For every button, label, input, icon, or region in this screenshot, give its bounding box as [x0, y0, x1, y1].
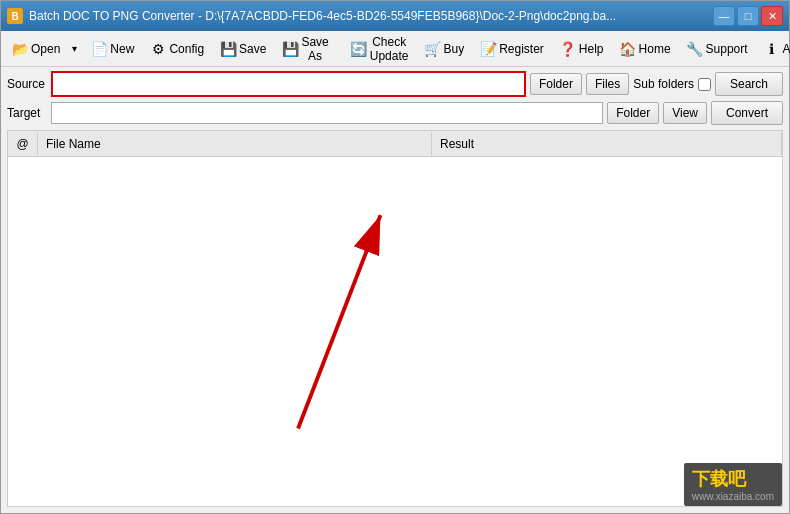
subfolders-checkbox[interactable]	[698, 78, 711, 91]
app-icon: B	[7, 8, 23, 24]
target-input[interactable]	[51, 102, 603, 124]
new-button[interactable]: 📄 New	[84, 35, 141, 63]
saveas-button[interactable]: 💾 Save As	[275, 35, 335, 63]
watermark-main: 下载吧	[692, 467, 774, 491]
config-icon: ⚙	[150, 41, 166, 57]
col-filename: File Name	[38, 133, 432, 155]
checkupdate-button[interactable]: 🔄 Check Update	[344, 35, 416, 63]
source-label: Source	[7, 77, 47, 91]
support-button[interactable]: 🔧 Support	[680, 35, 755, 63]
col-index: @	[8, 133, 38, 155]
close-button[interactable]: ✕	[761, 6, 783, 26]
watermark: 下载吧 www.xiazaiba.com	[684, 463, 782, 506]
config-button[interactable]: ⚙ Config	[143, 35, 211, 63]
file-list-area: @ File Name Result	[7, 130, 783, 507]
register-label: Register	[499, 42, 544, 56]
checkupdate-label: Check Update	[370, 35, 409, 63]
source-input[interactable]	[53, 73, 524, 95]
open-icon: 📂	[12, 41, 28, 57]
title-bar: B Batch DOC TO PNG Converter - D:\{7A7AC…	[1, 1, 789, 31]
save-label: Save	[239, 42, 266, 56]
home-icon: 🏠	[620, 41, 636, 57]
saveas-label: Save As	[301, 35, 328, 63]
about-icon: ℹ	[764, 41, 780, 57]
save-icon: 💾	[220, 41, 236, 57]
menu-bar: 📂 Open ▾ 📄 New ⚙ Config 💾 Save 💾 Save As…	[1, 31, 789, 67]
support-label: Support	[706, 42, 748, 56]
minimize-button[interactable]: —	[713, 6, 735, 26]
save-button[interactable]: 💾 Save	[213, 35, 273, 63]
about-button[interactable]: ℹ About	[757, 35, 790, 63]
source-files-button[interactable]: Files	[586, 73, 629, 95]
home-label: Home	[639, 42, 671, 56]
target-row: Target Folder View Convert	[7, 100, 783, 126]
source-row: Source Folder Files Sub folders Search	[7, 71, 783, 97]
window-title: Batch DOC TO PNG Converter - D:\{7A7ACBD…	[29, 9, 713, 23]
source-target-area: Source Folder Files Sub folders Search T…	[1, 67, 789, 130]
arrow-overlay	[8, 157, 782, 506]
help-label: Help	[579, 42, 604, 56]
subfolders-label: Sub folders	[633, 77, 694, 91]
config-label: Config	[169, 42, 204, 56]
buy-label: Buy	[443, 42, 464, 56]
source-right-controls: Sub folders Search	[633, 72, 783, 96]
open-label: Open	[31, 42, 60, 56]
about-label: About	[783, 42, 790, 56]
target-folder-button[interactable]: Folder	[607, 102, 659, 124]
saveas-icon: 💾	[282, 41, 298, 57]
svg-line-1	[298, 215, 380, 428]
source-input-wrapper	[51, 71, 526, 97]
file-list-header: @ File Name Result	[8, 131, 782, 157]
watermark-sub: www.xiazaiba.com	[692, 491, 774, 502]
search-button[interactable]: Search	[715, 72, 783, 96]
help-icon: ❓	[560, 41, 576, 57]
source-folder-button[interactable]: Folder	[530, 73, 582, 95]
open-button[interactable]: 📂 Open	[5, 35, 67, 63]
checkupdate-icon: 🔄	[351, 41, 367, 57]
buy-button[interactable]: 🛒 Buy	[417, 35, 471, 63]
support-icon: 🔧	[687, 41, 703, 57]
new-label: New	[110, 42, 134, 56]
target-right-controls: Convert	[711, 101, 783, 125]
open-dropdown-arrow[interactable]: ▾	[67, 35, 82, 63]
register-icon: 📝	[480, 41, 496, 57]
home-button[interactable]: 🏠 Home	[613, 35, 678, 63]
window-controls: — □ ✕	[713, 6, 783, 26]
maximize-button[interactable]: □	[737, 6, 759, 26]
target-label: Target	[7, 106, 47, 120]
register-button[interactable]: 📝 Register	[473, 35, 551, 63]
main-window: B Batch DOC TO PNG Converter - D:\{7A7AC…	[0, 0, 790, 514]
file-list-body	[8, 157, 782, 506]
convert-button[interactable]: Convert	[711, 101, 783, 125]
new-icon: 📄	[91, 41, 107, 57]
open-menu-group: 📂 Open ▾	[5, 35, 82, 63]
buy-icon: 🛒	[424, 41, 440, 57]
col-result: Result	[432, 133, 782, 155]
help-button[interactable]: ❓ Help	[553, 35, 611, 63]
target-view-button[interactable]: View	[663, 102, 707, 124]
